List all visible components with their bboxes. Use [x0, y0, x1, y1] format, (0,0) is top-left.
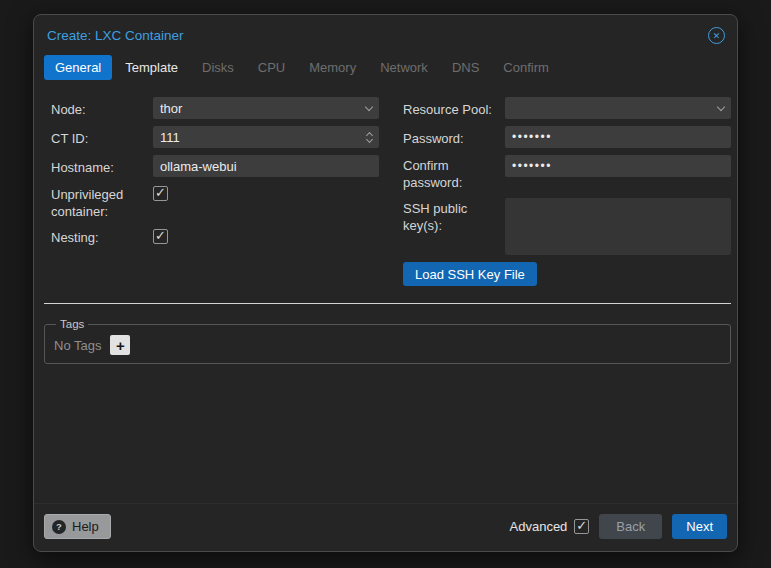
- tags-legend: Tags: [56, 318, 88, 330]
- tab-template[interactable]: Template: [114, 55, 189, 80]
- tab-network: Network: [369, 55, 439, 80]
- add-tag-button[interactable]: +: [110, 335, 130, 355]
- resource-pool-row: Resource Pool:: [403, 97, 731, 119]
- no-tags-text: No Tags: [54, 338, 101, 353]
- chevron-down-icon[interactable]: [365, 102, 373, 110]
- unprivileged-checkbox[interactable]: [153, 186, 168, 201]
- node-row: Node: thor: [51, 97, 379, 119]
- form-right-column: Resource Pool: Password: ••••••• Confirm…: [403, 97, 731, 293]
- password-row: Password: •••••••: [403, 126, 731, 148]
- next-button[interactable]: Next: [672, 514, 727, 539]
- tab-general[interactable]: General: [44, 55, 112, 80]
- ssh-keys-row: SSH public key(s):: [403, 198, 731, 255]
- back-button[interactable]: Back: [599, 514, 662, 539]
- dialog-footer: ? Help Advanced Back Next: [34, 503, 737, 551]
- password-masked-value: •••••••: [512, 130, 552, 144]
- node-label: Node:: [51, 99, 153, 118]
- help-button[interactable]: ? Help: [44, 514, 111, 539]
- close-icon[interactable]: [708, 27, 725, 44]
- tab-dns: DNS: [441, 55, 490, 80]
- dialog-header: Create: LXC Container: [34, 15, 737, 53]
- nesting-checkbox[interactable]: [153, 229, 168, 244]
- tab-bar: General Template Disks CPU Memory Networ…: [34, 53, 737, 91]
- resource-pool-combo[interactable]: [505, 97, 731, 119]
- confirm-password-row: Confirm password: •••••••: [403, 155, 731, 191]
- nesting-label: Nesting:: [51, 227, 153, 246]
- form-grid: Node: thor CT ID:: [44, 91, 731, 293]
- confirm-password-label: Confirm password:: [403, 155, 505, 191]
- ssh-keys-label: SSH public key(s):: [403, 198, 505, 234]
- chevron-down-icon[interactable]: [717, 102, 725, 110]
- tab-memory: Memory: [298, 55, 367, 80]
- password-label: Password:: [403, 128, 505, 147]
- advanced-checkbox[interactable]: [574, 519, 589, 534]
- nesting-row: Nesting:: [51, 227, 379, 246]
- load-ssh-row: Load SSH Key File: [403, 262, 731, 286]
- ct-id-row: CT ID:: [51, 126, 379, 148]
- ct-id-spinner-field[interactable]: [153, 126, 379, 148]
- unprivileged-label: Unprivileged container:: [51, 184, 153, 220]
- ssh-keys-textarea[interactable]: [505, 198, 731, 255]
- advanced-toggle-group: Advanced: [510, 519, 590, 534]
- tags-fieldset: Tags No Tags +: [44, 318, 731, 364]
- advanced-label: Advanced: [510, 519, 568, 534]
- tab-disks: Disks: [191, 55, 245, 80]
- node-combo-value: thor: [160, 101, 366, 116]
- confirm-password-masked-value: •••••••: [512, 159, 552, 173]
- confirm-password-field[interactable]: •••••••: [505, 155, 731, 177]
- create-lxc-container-dialog: Create: LXC Container General Template D…: [33, 14, 738, 552]
- help-icon: ?: [52, 520, 66, 534]
- unprivileged-row: Unprivileged container:: [51, 184, 379, 220]
- tab-confirm: Confirm: [492, 55, 560, 80]
- advanced-section-divider: [44, 303, 731, 304]
- ct-id-input[interactable]: [160, 130, 363, 145]
- form-left-column: Node: thor CT ID:: [51, 97, 379, 293]
- general-tab-panel: Node: thor CT ID:: [34, 91, 737, 364]
- hostname-label: Hostname:: [51, 157, 153, 176]
- ct-id-spinner: [363, 133, 372, 142]
- dialog-title: Create: LXC Container: [47, 28, 184, 43]
- hostname-row: Hostname:: [51, 155, 379, 177]
- node-combo[interactable]: thor: [153, 97, 379, 119]
- ct-id-label: CT ID:: [51, 128, 153, 147]
- load-ssh-key-file-button[interactable]: Load SSH Key File: [403, 262, 537, 286]
- help-button-label: Help: [72, 519, 99, 534]
- tab-cpu: CPU: [247, 55, 296, 80]
- resource-pool-label: Resource Pool:: [403, 99, 505, 118]
- hostname-field[interactable]: [153, 155, 379, 177]
- hostname-input[interactable]: [160, 159, 372, 174]
- password-field[interactable]: •••••••: [505, 126, 731, 148]
- tags-row: No Tags +: [54, 334, 721, 355]
